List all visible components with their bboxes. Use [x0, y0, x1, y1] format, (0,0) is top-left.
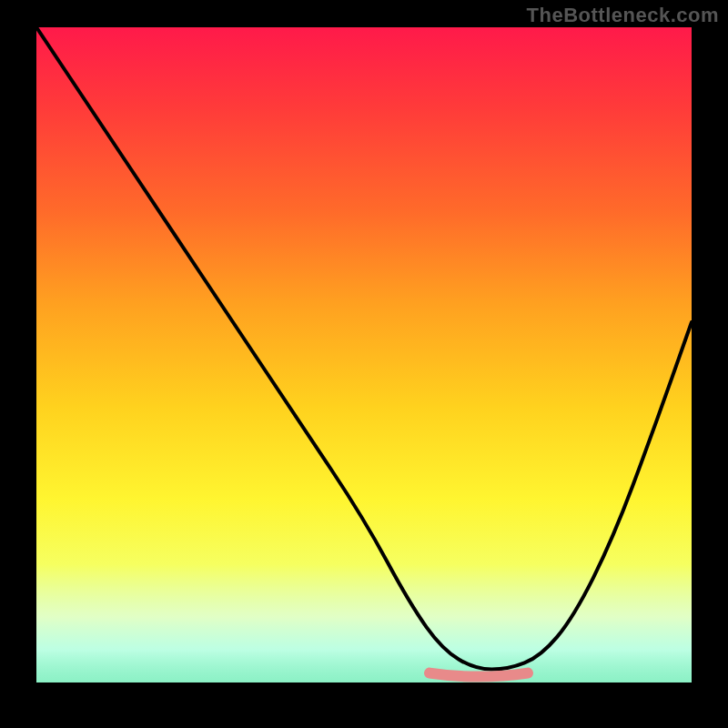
plot-area: [36, 27, 692, 682]
curve-layer: [36, 27, 692, 682]
bottleneck-curve: [36, 27, 692, 670]
valley-marker: [430, 673, 528, 677]
watermark-text: TheBottleneck.com: [527, 4, 719, 27]
chart-frame: TheBottleneck.com: [0, 0, 728, 728]
